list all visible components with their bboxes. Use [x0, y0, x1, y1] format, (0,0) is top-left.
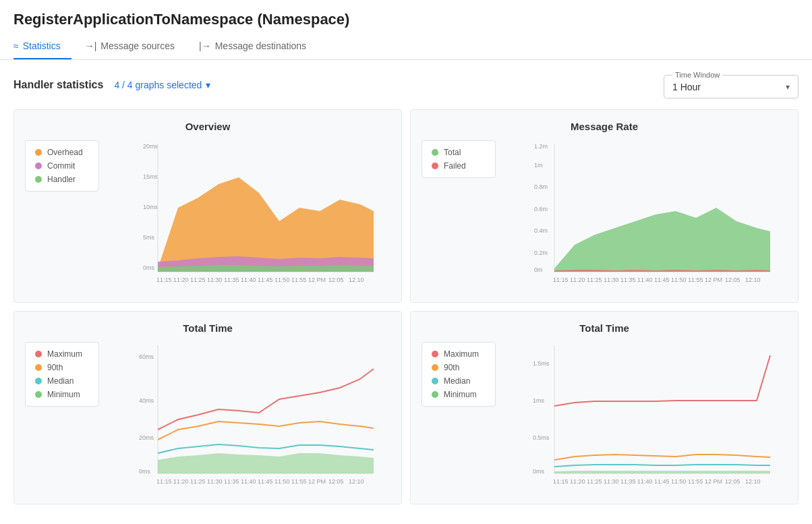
- x-label: 12:10: [349, 276, 364, 283]
- y-label: 60ms: [139, 353, 154, 360]
- y-label: 0.2m: [534, 250, 548, 256]
- x-label: 11:55: [688, 478, 703, 485]
- y-label: 0.5ms: [533, 434, 550, 441]
- chart-total-time-right-area: 1.5ms 1ms 0.5ms 0ms: [504, 342, 787, 493]
- message-sources-icon: →|: [85, 40, 97, 51]
- time-window-value: 1 Hour: [672, 82, 701, 92]
- legend-dot-minimum: [35, 391, 42, 398]
- legend-item-median-r: Median: [432, 376, 486, 386]
- tab-statistics[interactable]: ≈ Statistics: [13, 34, 71, 59]
- y-label: 15ms: [143, 173, 158, 180]
- total-area: [554, 208, 770, 272]
- legend-item-handler: Handler: [35, 175, 89, 184]
- legend-dot-maximum: [35, 351, 42, 357]
- x-label: 11:55: [291, 478, 307, 485]
- y-label: 0.4m: [534, 227, 548, 234]
- legend-dot-median: [35, 378, 42, 384]
- legend-dot-median-r: [432, 378, 438, 384]
- time-window-dropdown-arrow[interactable]: ▾: [786, 82, 790, 92]
- tab-message-destinations[interactable]: |→ Message destinations: [199, 34, 317, 59]
- y-label: 40ms: [139, 397, 154, 404]
- legend-item-minimum: Minimum: [35, 390, 89, 399]
- x-label: 12:10: [745, 276, 761, 283]
- x-label: 11:30: [604, 276, 619, 283]
- 90th-line-r: [554, 455, 770, 460]
- y-label: 5ms: [143, 234, 155, 241]
- x-label: 11:25: [190, 478, 206, 485]
- x-label: 12:05: [328, 478, 344, 485]
- charts-grid: Overview Overhead Commit Handler: [13, 109, 799, 504]
- x-label: 11:40: [241, 276, 256, 283]
- y-label: 20ms: [143, 143, 158, 150]
- x-label: 12:05: [725, 478, 741, 485]
- legend-item-commit: Commit: [35, 161, 89, 171]
- page-title: RegisterApplicationToNamespace (Namespac…: [13, 11, 799, 28]
- median-line-r: [554, 465, 770, 467]
- chevron-down-icon: ▾: [206, 80, 210, 90]
- tab-message-sources[interactable]: →| Message sources: [85, 34, 185, 59]
- y-label: 0.6m: [534, 206, 548, 212]
- x-label: 11:50: [671, 478, 687, 485]
- legend-item-maximum: Maximum: [35, 349, 89, 359]
- x-label: 12 PM: [705, 276, 722, 283]
- x-label: 11:15: [553, 478, 569, 485]
- y-label: 20ms: [139, 434, 154, 441]
- chart-message-rate-legend: Total Failed: [422, 140, 496, 178]
- maximum-line-r: [554, 355, 770, 406]
- legend-dot-handler: [35, 176, 42, 183]
- legend-item-total: Total: [432, 148, 486, 157]
- chart-overview-legend: Overhead Commit Handler: [25, 140, 99, 192]
- x-label: 11:20: [173, 478, 189, 485]
- x-label: 12:10: [349, 478, 364, 485]
- x-label: 11:30: [207, 478, 223, 485]
- y-label: 0m: [534, 266, 543, 273]
- x-label: 11:45: [258, 276, 273, 283]
- handler-area: [158, 265, 374, 272]
- graph-selector[interactable]: 4 / 4 graphs selected ▾: [114, 80, 210, 90]
- time-window-control: Time Window 1 Hour ▾: [664, 71, 799, 98]
- 90th-line: [158, 421, 374, 440]
- x-label: 11:35: [224, 276, 239, 283]
- chart-overview-area: 20ms 15ms 10ms 5ms 0ms: [107, 140, 390, 291]
- legend-dot-overhead: [35, 149, 42, 156]
- x-label: 11:50: [274, 478, 290, 485]
- x-label: 11:45: [258, 478, 273, 485]
- time-window-label: Time Window: [672, 71, 722, 79]
- y-label: 1.5ms: [533, 360, 550, 367]
- x-label: 11:25: [587, 478, 602, 485]
- minimum-area: [158, 453, 374, 473]
- chart-total-time-right-legend: Maximum 90th Median Minimum: [422, 342, 496, 407]
- x-label: 12 PM: [705, 478, 722, 485]
- chart-message-rate-title: Message Rate: [422, 121, 787, 132]
- minimum-area-r: [554, 471, 770, 473]
- maximum-line: [158, 369, 374, 430]
- legend-dot-90th-r: [432, 364, 438, 371]
- chart-total-time-right-title: Total Time: [422, 322, 787, 334]
- x-label: 11:15: [553, 276, 569, 283]
- legend-dot-commit: [35, 163, 42, 169]
- section-title: Handler statistics: [13, 79, 103, 91]
- tab-bar: ≈ Statistics →| Message sources |→ Messa…: [0, 34, 812, 60]
- x-label: 11:30: [604, 478, 619, 485]
- x-label: 11:20: [173, 276, 189, 283]
- y-label: 0ms: [143, 264, 155, 271]
- x-label: 11:55: [291, 276, 307, 283]
- x-label: 11:50: [274, 276, 290, 283]
- x-label: 11:15: [156, 276, 172, 283]
- message-destinations-icon: |→: [199, 40, 211, 51]
- chart-overview: Overview Overhead Commit Handler: [13, 109, 402, 303]
- x-label: 11:45: [654, 276, 670, 283]
- x-label: 11:20: [570, 276, 585, 283]
- statistics-icon: ≈: [13, 40, 19, 51]
- x-label: 11:20: [570, 478, 585, 485]
- legend-item-90th: 90th: [35, 363, 89, 372]
- x-label: 11:30: [207, 276, 223, 283]
- y-label: 0ms: [139, 468, 151, 475]
- x-label: 11:40: [637, 478, 653, 485]
- legend-item-maximum-r: Maximum: [432, 349, 486, 359]
- x-label: 11:35: [620, 478, 636, 485]
- x-label: 11:45: [654, 478, 670, 485]
- y-label: 0ms: [533, 468, 545, 475]
- legend-item-overhead: Overhead: [35, 148, 89, 157]
- legend-item-minimum-r: Minimum: [432, 390, 486, 399]
